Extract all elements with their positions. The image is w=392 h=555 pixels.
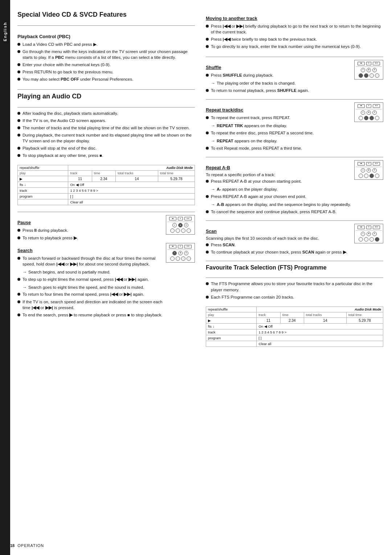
page-label: Operation — [17, 543, 44, 548]
search-diagram: ■■ ▼ ⏸⏸ ● ▶ ⏸ — [166, 243, 195, 263]
pause-diagram: ■■ ▼ ⏸⏸ ● ▶ ⏸ — [166, 215, 195, 235]
repeat-track-text: Repeat track/disc To repeat the current … — [206, 102, 352, 153]
remote-diagram-search: ■■ ▼ ⏸⏸ ● ▶ ⏸ — [166, 243, 195, 263]
shuffle-diagram: ■■ ▼ ⏸⏸ ● ▶ ⏸ — [354, 60, 383, 80]
list-item: Press REPEAT A-B at your chosen starting… — [206, 178, 352, 184]
bullet-icon — [17, 134, 20, 137]
remote-row-2: ● ▶ ⏸ — [361, 168, 377, 173]
bullet-icon — [17, 78, 20, 81]
remote-divider — [356, 167, 382, 167]
repeat-track-list-3: To exit Repeat mode, press REPEAT a thir… — [206, 145, 352, 151]
scan-text: Scan Scanning plays the first 10 seconds… — [206, 224, 352, 257]
remote-divider — [167, 250, 193, 250]
remote-small-4 — [187, 228, 191, 233]
pbc-heading: Playback Control (PBC) — [17, 34, 195, 39]
right-column: Moving to another track Press |◀◀ or ▶▶|… — [206, 11, 383, 544]
remote-pause-btn: ⏸⏸ — [373, 62, 380, 65]
repeat-arrow-2: →REPEAT appears on the display. — [206, 138, 352, 144]
bullet-icon — [206, 25, 209, 28]
osd2-total-tracks-val: 14 — [304, 317, 347, 323]
divider-r4 — [206, 220, 383, 221]
list-item: Press REPEAT A-B again at your chosen en… — [206, 194, 352, 199]
bullet-icon — [17, 126, 20, 129]
list-item: During playback, the current track numbe… — [17, 132, 195, 144]
osd-play-icon: ▶ — [18, 176, 68, 182]
remote-row-3 — [170, 256, 191, 261]
repeat-ab-arrow-1: →A- appears on the player display. — [206, 186, 352, 193]
remote-row: ■■ ▼ ⏸⏸ — [169, 245, 192, 248]
osd2-play-icon: ▶ — [206, 317, 257, 323]
bullet-icon — [206, 74, 209, 77]
list-item: If the TV is on, the Audio CD screen app… — [17, 118, 195, 123]
list-item: Press II during playback. — [17, 227, 164, 233]
scan-section: Scan Scanning plays the first 10 seconds… — [206, 224, 383, 257]
osd2-track-num: 11 — [257, 317, 280, 323]
remote-row: ■■ ▼ ⏸⏸ — [358, 104, 380, 108]
list-item: To repeat the entire disc, press REPEAT … — [206, 130, 352, 136]
remote-btn-2: ▶ — [178, 251, 183, 255]
list-item: Press SHUFFLE during playback. — [206, 72, 352, 78]
shuffle-list: Press SHUFFLE during playback. — [206, 72, 352, 78]
list-item: You may also select PBC OFF under Person… — [17, 76, 195, 82]
remote-row-2: ● ▶ ⏸ — [361, 68, 377, 72]
arrow-icon: → — [211, 80, 215, 86]
list-item: To cancel the sequence and continue play… — [206, 209, 352, 215]
remote-y-btn: ▼ — [178, 245, 183, 248]
remote-row: ■■ ▼ ⏸⏸ — [169, 217, 192, 220]
bullet-icon — [17, 147, 20, 150]
audio-cd-title: Playing an Audio CD — [17, 93, 195, 101]
remote-btn-3: ⏸ — [372, 110, 377, 115]
bullet-icon — [206, 195, 209, 198]
remote-stop-btn: ■■ — [358, 62, 365, 65]
remote-pause-btn: ⏸⏸ — [373, 104, 380, 108]
osd2-mode-label: Audio Disk Mode — [257, 307, 383, 312]
arrow-icon: → — [211, 202, 215, 208]
osd-col-total-tracks: total tracks — [116, 171, 158, 176]
bullet-icon — [17, 257, 20, 260]
arrow-icon: → — [211, 138, 215, 144]
osd2-repeat-shuffle: repeat/shuffle — [206, 307, 257, 312]
remote-diagram-pause: ■■ ▼ ⏸⏸ ● ▶ ⏸ — [166, 215, 195, 235]
shuffle-section: Shuffle Press SHUFFLE during playback. →… — [206, 60, 383, 96]
remote-row-2: ● ▶ ⏸ — [361, 110, 377, 115]
osd2-fts: fts ↓ — [206, 323, 257, 329]
repeat-ab-diagram: ■■ ▼ ⏸⏸ ● ▶ ⏸ — [354, 160, 383, 180]
page-footer: 18 Operation — [10, 543, 392, 548]
list-item: To repeat the current track, press REPEA… — [206, 115, 352, 121]
osd-col-time: time — [92, 171, 115, 176]
bullet-icon — [206, 131, 209, 134]
osd2-track-label: track — [206, 329, 257, 335]
repeat-ab-list: Press REPEAT A-B at your chosen starting… — [206, 178, 352, 184]
search-heading: Search — [17, 248, 164, 253]
list-item: To return to playback press ▶. — [17, 235, 164, 241]
remote-divider — [356, 66, 382, 67]
list-item: After loading the disc, playback starts … — [17, 110, 195, 116]
remote-diagram-ab: ■■ ▼ ⏸⏸ ● ▶ ⏸ — [354, 160, 383, 180]
left-column: Special Video CD & SVCD Features Playbac… — [17, 11, 195, 544]
divider-1 — [17, 25, 195, 26]
remote-btn-3: ⏸ — [372, 168, 377, 173]
divider-r1 — [206, 57, 383, 57]
osd-track-label: track — [18, 188, 68, 194]
bullet-icon — [17, 236, 20, 239]
scan-intro: Scanning plays the first 10 seconds of e… — [206, 236, 352, 240]
remote-small-2 — [364, 116, 368, 120]
remote-small-1 — [359, 237, 363, 242]
remote-diagram-repeat: ■■ ▼ ⏸⏸ ● ▶ ⏸ — [354, 102, 383, 122]
list-item: If the TV is on, search speed and direct… — [17, 299, 164, 311]
arrow-icon: → — [211, 123, 215, 129]
remote-small-1 — [170, 256, 175, 261]
bullet-icon — [17, 293, 20, 296]
remote-small-3 — [181, 228, 185, 233]
bullet-icon — [206, 147, 209, 150]
shuffle-heading: Shuffle — [206, 65, 352, 70]
remote-y-btn: ▼ — [366, 104, 371, 108]
repeat-track-list: To repeat the current track, press REPEA… — [206, 115, 352, 121]
bullet-icon — [206, 45, 209, 48]
bullet-icon — [17, 154, 20, 157]
remote-btn-1: ● — [361, 68, 365, 72]
osd-program-label: program — [18, 194, 68, 199]
list-item: Each FTS Programme can contain 20 tracks… — [206, 294, 383, 300]
remote-btn-2: ▶ — [367, 168, 371, 173]
list-item: To return to normal playback, press SHUF… — [206, 88, 352, 93]
